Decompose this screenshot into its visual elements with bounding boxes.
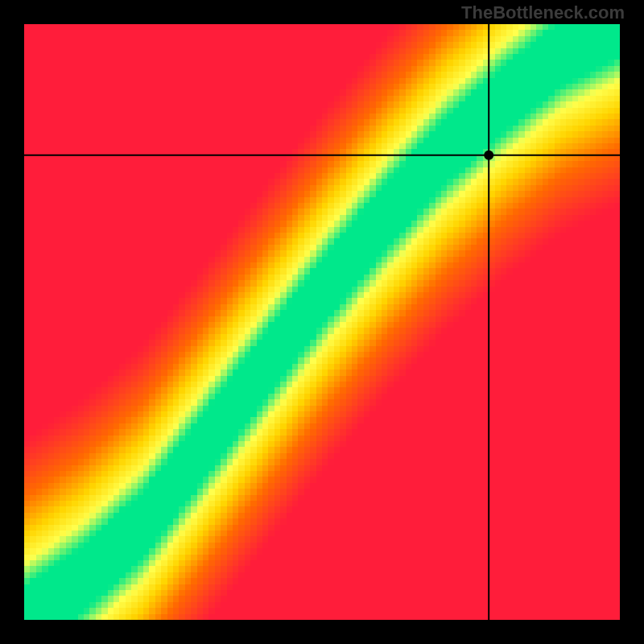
watermark-label: TheBottleneck.com bbox=[461, 2, 625, 23]
heatmap-plot bbox=[24, 24, 620, 620]
heatmap-canvas bbox=[24, 24, 620, 620]
